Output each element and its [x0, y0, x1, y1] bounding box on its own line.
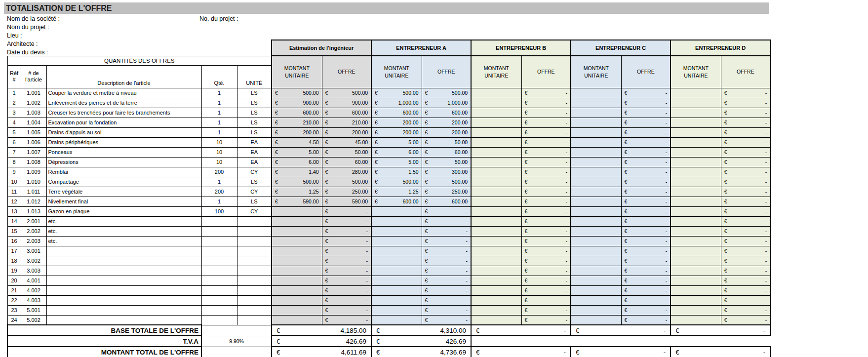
cell-a-offer[interactable]: €300.00 — [422, 167, 471, 177]
cell-b-offer[interactable]: €- — [521, 226, 571, 236]
cell-a-offer[interactable]: €200.00 — [422, 118, 471, 127]
cell-description[interactable] — [46, 305, 201, 315]
cell-ref[interactable]: 16 — [7, 236, 21, 246]
cell-a-offer[interactable]: €600.00 — [422, 197, 471, 206]
cell-est-offer[interactable]: €200.00 — [322, 127, 371, 137]
cell-unit[interactable]: CY — [237, 187, 272, 197]
cell-c-unit-price[interactable] — [571, 137, 621, 147]
cell-c-offer[interactable]: €- — [621, 256, 671, 266]
footer-spacer-cell[interactable] — [201, 325, 272, 336]
cell-d-offer[interactable]: €- — [721, 167, 770, 177]
cell-a-offer[interactable]: €- — [422, 315, 471, 325]
cell-est-offer[interactable]: €- — [322, 285, 371, 295]
cell-a-offer[interactable]: €- — [422, 285, 471, 295]
cell-est-unit-price[interactable] — [272, 315, 322, 325]
cell-est-unit-price[interactable] — [272, 206, 322, 216]
cell-d-offer[interactable]: €- — [721, 197, 770, 206]
cell-d-unit-price[interactable] — [671, 256, 721, 266]
cell-c-unit-price[interactable] — [571, 118, 621, 127]
cell-ref[interactable]: 14 — [7, 216, 21, 226]
cell-qty[interactable]: 200 — [201, 167, 237, 177]
cell-c-offer[interactable]: €- — [621, 276, 671, 285]
cell-b-offer[interactable]: €- — [521, 108, 571, 118]
cell-article[interactable]: 1.009 — [21, 167, 46, 177]
cell-article[interactable]: 1.010 — [21, 177, 46, 187]
cell-b-offer[interactable]: €- — [521, 216, 571, 226]
cell-a-unit-price[interactable]: €1.25 — [371, 187, 422, 197]
cell-est-offer[interactable]: €- — [322, 256, 371, 266]
cell-c-unit-price[interactable] — [571, 167, 621, 177]
cell-article[interactable]: 2.003 — [21, 236, 46, 246]
cell-est-offer[interactable]: €590.00 — [322, 197, 371, 206]
cell-a-unit-price[interactable] — [371, 226, 422, 236]
cell-a-offer[interactable]: €200.00 — [422, 127, 471, 137]
cell-b-offer[interactable]: €- — [521, 197, 571, 206]
cell-d-offer[interactable]: €- — [721, 118, 770, 127]
cell-ref[interactable]: 8 — [7, 157, 21, 167]
cell-unit[interactable] — [237, 305, 272, 315]
cell-unit[interactable]: LS — [237, 108, 272, 118]
tva-rate-cell[interactable]: 9.90% — [201, 336, 272, 347]
cell-b-unit-price[interactable] — [471, 98, 521, 108]
cell-est-offer[interactable]: €- — [322, 246, 371, 256]
cell-est-offer[interactable]: €- — [322, 216, 371, 226]
footer-base-c[interactable]: €- — [571, 325, 671, 336]
cell-c-unit-price[interactable] — [571, 187, 621, 197]
cell-est-offer[interactable]: €45.00 — [322, 137, 371, 147]
cell-article[interactable]: 4.001 — [21, 276, 46, 285]
footer-spacer-cell[interactable] — [201, 347, 272, 357]
cell-d-unit-price[interactable] — [671, 137, 721, 147]
cell-b-unit-price[interactable] — [471, 147, 521, 157]
cell-article[interactable]: 5.002 — [21, 315, 46, 325]
cell-d-offer[interactable]: €- — [721, 98, 770, 108]
cell-est-offer[interactable]: €50.00 — [322, 147, 371, 157]
cell-article[interactable]: 1.005 — [21, 127, 46, 137]
cell-c-offer[interactable]: €- — [621, 108, 671, 118]
cell-article[interactable]: 1.002 — [21, 98, 46, 108]
cell-a-unit-price[interactable] — [371, 206, 422, 216]
cell-description[interactable] — [46, 315, 201, 325]
cell-a-offer[interactable]: €500.00 — [422, 88, 471, 98]
cell-a-unit-price[interactable]: €6.00 — [371, 147, 422, 157]
cell-a-offer[interactable]: €- — [422, 206, 471, 216]
cell-c-unit-price[interactable] — [571, 256, 621, 266]
cell-b-offer[interactable]: €- — [521, 157, 571, 167]
cell-b-offer[interactable]: €- — [521, 147, 571, 157]
cell-b-offer[interactable]: €- — [521, 167, 571, 177]
cell-est-offer[interactable]: €280.00 — [322, 167, 371, 177]
cell-unit[interactable] — [237, 246, 272, 256]
cell-a-offer[interactable]: €- — [422, 276, 471, 285]
cell-a-unit-price[interactable]: €500.00 — [371, 177, 422, 187]
cell-ref[interactable]: 17 — [7, 246, 21, 256]
cell-b-offer[interactable]: €- — [521, 315, 571, 325]
cell-est-unit-price[interactable]: €4.50 — [272, 137, 322, 147]
cell-c-unit-price[interactable] — [571, 108, 621, 118]
cell-est-unit-price[interactable]: €500.00 — [272, 177, 322, 187]
cell-est-unit-price[interactable] — [272, 295, 322, 305]
cell-qty[interactable]: 1 — [201, 88, 237, 98]
cell-c-unit-price[interactable] — [571, 206, 621, 216]
cell-ref[interactable]: 22 — [7, 295, 21, 305]
cell-b-unit-price[interactable] — [471, 137, 521, 147]
cell-c-unit-price[interactable] — [571, 236, 621, 246]
cell-c-unit-price[interactable] — [571, 216, 621, 226]
cell-c-offer[interactable]: €- — [621, 157, 671, 167]
cell-est-unit-price[interactable] — [272, 266, 322, 276]
cell-article[interactable]: 1.011 — [21, 187, 46, 197]
cell-c-offer[interactable]: €- — [621, 177, 671, 187]
cell-ref[interactable]: 13 — [7, 206, 21, 216]
cell-unit[interactable]: CY — [237, 206, 272, 216]
cell-c-unit-price[interactable] — [571, 226, 621, 236]
cell-est-offer[interactable]: €500.00 — [322, 88, 371, 98]
cell-c-unit-price[interactable] — [571, 127, 621, 137]
cell-unit[interactable] — [237, 315, 272, 325]
cell-d-unit-price[interactable] — [671, 315, 721, 325]
cell-ref[interactable]: 3 — [7, 108, 21, 118]
cell-a-offer[interactable]: €500.00 — [422, 177, 471, 187]
cell-qty[interactable]: 1 — [201, 118, 237, 127]
cell-b-offer[interactable]: €- — [521, 236, 571, 246]
cell-d-offer[interactable]: €- — [721, 295, 770, 305]
cell-b-unit-price[interactable] — [471, 88, 521, 98]
cell-est-unit-price[interactable]: €500.00 — [272, 88, 322, 98]
cell-d-offer[interactable]: €- — [721, 285, 770, 295]
